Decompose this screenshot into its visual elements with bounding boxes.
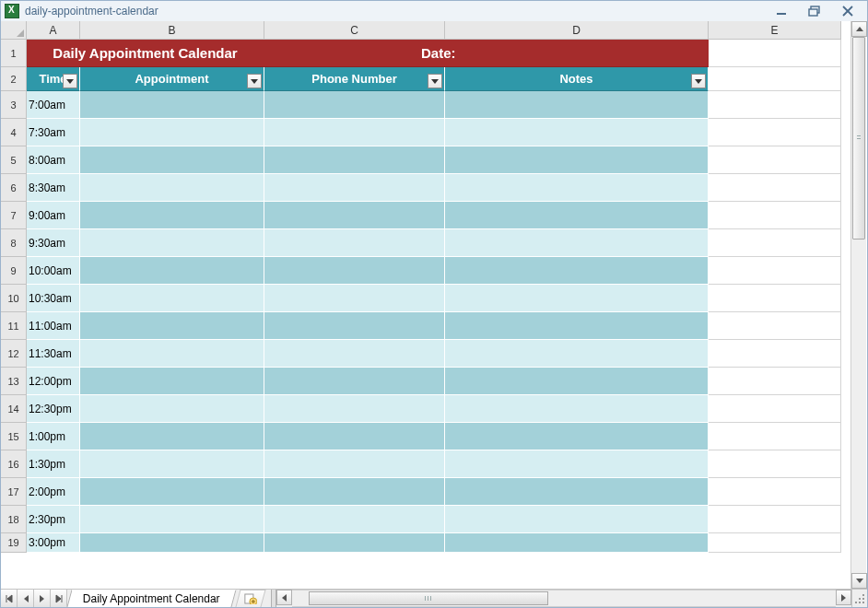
minimize-button[interactable] bbox=[771, 5, 792, 18]
time-cell[interactable]: 8:30am bbox=[27, 174, 80, 202]
row-header-8[interactable]: 8 bbox=[1, 229, 27, 257]
header-time[interactable]: Time bbox=[27, 67, 80, 91]
notes-cell[interactable] bbox=[445, 450, 709, 478]
notes-cell[interactable] bbox=[445, 202, 709, 229]
row-header-11[interactable]: 11 bbox=[1, 312, 27, 340]
header-phone[interactable]: Phone Number bbox=[264, 67, 445, 91]
notes-cell[interactable] bbox=[445, 478, 709, 506]
hscroll-right[interactable] bbox=[836, 590, 851, 605]
tab-nav-next[interactable] bbox=[34, 590, 51, 607]
phone-cell[interactable] bbox=[264, 478, 445, 506]
col-header-E[interactable]: E bbox=[709, 21, 841, 40]
cell-E16[interactable] bbox=[709, 450, 841, 478]
appointment-cell[interactable] bbox=[80, 368, 264, 395]
resize-grip[interactable] bbox=[851, 590, 867, 607]
hscroll-left[interactable] bbox=[276, 590, 292, 605]
row-header-15[interactable]: 15 bbox=[1, 423, 27, 450]
row-header-9[interactable]: 9 bbox=[1, 257, 27, 285]
phone-cell[interactable] bbox=[264, 146, 445, 174]
select-all-corner[interactable] bbox=[1, 21, 27, 40]
cell-E18[interactable] bbox=[709, 506, 841, 533]
hscroll-thumb[interactable] bbox=[309, 591, 548, 605]
phone-cell[interactable] bbox=[264, 340, 445, 368]
notes-cell[interactable] bbox=[445, 174, 709, 202]
phone-cell[interactable] bbox=[264, 506, 445, 533]
sheet-tab-active[interactable]: Daily Appointment Calendar bbox=[66, 590, 236, 607]
phone-cell[interactable] bbox=[264, 119, 445, 146]
cell-E5[interactable] bbox=[709, 146, 841, 174]
time-cell[interactable]: 3:00pm bbox=[27, 533, 80, 553]
new-sheet-button[interactable] bbox=[235, 590, 265, 607]
appointment-cell[interactable] bbox=[80, 312, 264, 340]
phone-cell[interactable] bbox=[264, 91, 445, 119]
cell-E7[interactable] bbox=[709, 202, 841, 229]
cell-E1[interactable] bbox=[709, 40, 841, 67]
row-header-16[interactable]: 16 bbox=[1, 450, 27, 478]
vscroll-up[interactable] bbox=[851, 21, 867, 37]
phone-cell[interactable] bbox=[264, 395, 445, 423]
notes-cell[interactable] bbox=[445, 229, 709, 257]
header-time-filter[interactable] bbox=[63, 74, 77, 88]
notes-cell[interactable] bbox=[445, 257, 709, 285]
time-cell[interactable]: 12:30pm bbox=[27, 395, 80, 423]
appointment-cell[interactable] bbox=[80, 395, 264, 423]
cell-E14[interactable] bbox=[709, 395, 841, 423]
row-header-14[interactable]: 14 bbox=[1, 395, 27, 423]
time-cell[interactable]: 11:00am bbox=[27, 312, 80, 340]
time-cell[interactable]: 1:30pm bbox=[27, 450, 80, 478]
notes-cell[interactable] bbox=[445, 340, 709, 368]
date-label-cell[interactable]: Date: bbox=[264, 40, 709, 67]
header-appointment-filter[interactable] bbox=[247, 74, 262, 88]
cell-E15[interactable] bbox=[709, 423, 841, 450]
appointment-cell[interactable] bbox=[80, 340, 264, 368]
cell-E10[interactable] bbox=[709, 285, 841, 312]
header-phone-filter[interactable] bbox=[428, 74, 442, 88]
row-header-2[interactable]: 2 bbox=[1, 67, 27, 91]
col-header-B[interactable]: B bbox=[80, 21, 264, 40]
notes-cell[interactable] bbox=[445, 312, 709, 340]
notes-cell[interactable] bbox=[445, 395, 709, 423]
notes-cell[interactable] bbox=[445, 146, 709, 174]
time-cell[interactable]: 11:30am bbox=[27, 340, 80, 368]
phone-cell[interactable] bbox=[264, 174, 445, 202]
time-cell[interactable]: 7:30am bbox=[27, 119, 80, 146]
vscroll-down[interactable] bbox=[851, 573, 867, 589]
row-header-18[interactable]: 18 bbox=[1, 506, 27, 533]
phone-cell[interactable] bbox=[264, 450, 445, 478]
row-header-17[interactable]: 17 bbox=[1, 478, 27, 506]
cell-E11[interactable] bbox=[709, 312, 841, 340]
vscroll-track[interactable] bbox=[851, 37, 866, 573]
notes-cell[interactable] bbox=[445, 285, 709, 312]
col-header-A[interactable]: A bbox=[27, 21, 80, 40]
appointment-cell[interactable] bbox=[80, 257, 264, 285]
time-cell[interactable]: 12:00pm bbox=[27, 368, 80, 395]
appointment-cell[interactable] bbox=[80, 146, 264, 174]
phone-cell[interactable] bbox=[264, 423, 445, 450]
tab-nav-last[interactable] bbox=[51, 590, 67, 607]
time-cell[interactable]: 1:00pm bbox=[27, 423, 80, 450]
row-header-5[interactable]: 5 bbox=[1, 146, 27, 174]
cell-E6[interactable] bbox=[709, 174, 841, 202]
time-cell[interactable]: 2:00pm bbox=[27, 478, 80, 506]
hscroll-track[interactable] bbox=[292, 590, 836, 607]
notes-cell[interactable] bbox=[445, 506, 709, 533]
tab-nav-prev[interactable] bbox=[18, 590, 34, 607]
row-header-4[interactable]: 4 bbox=[1, 119, 27, 146]
notes-cell[interactable] bbox=[445, 368, 709, 395]
col-header-D[interactable]: D bbox=[445, 21, 709, 40]
notes-cell[interactable] bbox=[445, 533, 709, 553]
cell-E2[interactable] bbox=[709, 67, 841, 91]
time-cell[interactable]: 10:00am bbox=[27, 257, 80, 285]
notes-cell[interactable] bbox=[445, 119, 709, 146]
row-header-13[interactable]: 13 bbox=[1, 368, 27, 395]
time-cell[interactable]: 8:00am bbox=[27, 146, 80, 174]
cell-E3[interactable] bbox=[709, 91, 841, 119]
appointment-cell[interactable] bbox=[80, 478, 264, 506]
row-header-1[interactable]: 1 bbox=[1, 40, 27, 67]
header-notes[interactable]: Notes bbox=[445, 67, 709, 91]
appointment-cell[interactable] bbox=[80, 285, 264, 312]
appointment-cell[interactable] bbox=[80, 533, 264, 553]
appointment-cell[interactable] bbox=[80, 119, 264, 146]
row-header-10[interactable]: 10 bbox=[1, 285, 27, 312]
appointment-cell[interactable] bbox=[80, 174, 264, 202]
